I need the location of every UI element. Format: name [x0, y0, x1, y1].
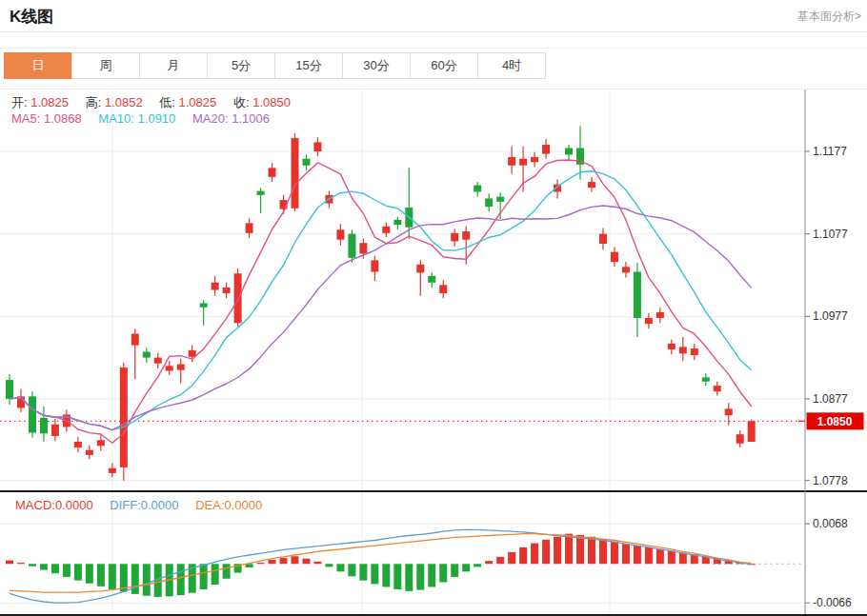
candle-body: [451, 233, 458, 242]
macd-hist-bar: [554, 537, 561, 565]
macd-hist-bar: [668, 551, 675, 565]
macd-hist-bar: [462, 564, 470, 571]
price-axis-label: 1.0778: [813, 474, 848, 487]
candle-body: [496, 197, 504, 202]
price-axis-label: 1.1177: [813, 145, 847, 158]
fundamental-analysis-link[interactable]: 基本面分析>: [797, 9, 861, 25]
macd-hist-bar: [451, 564, 458, 577]
candle-body: [200, 303, 208, 307]
macd-hist-bar: [508, 552, 515, 564]
candle-body: [668, 344, 675, 349]
candle-body: [131, 333, 139, 345]
macd-hist-bar: [269, 560, 276, 564]
macd-hist-bar: [496, 557, 504, 564]
candle-body: [86, 450, 93, 455]
macd-hist-bar: [565, 534, 573, 565]
macd-hist-bar: [200, 564, 208, 589]
macd-hist-bar: [212, 564, 219, 585]
macd-hist-bar: [622, 544, 630, 564]
timeframe-tab-4[interactable]: 15分: [274, 52, 343, 79]
macd-hist-bar: [634, 546, 641, 564]
candle-body: [714, 386, 721, 391]
timeframe-tab-6[interactable]: 60分: [410, 52, 478, 79]
macd-axis-label: -0.0066: [813, 596, 852, 609]
macd-hist-bar: [97, 564, 105, 586]
candle-body: [702, 377, 710, 381]
macd-hist-bar: [611, 542, 618, 565]
macd-hist-bar: [428, 564, 435, 586]
candle-body: [223, 288, 231, 293]
candle-body: [474, 186, 481, 192]
macd-hist-bar: [393, 564, 401, 589]
macd-hist-bar: [63, 564, 71, 577]
macd-hist-bar: [656, 549, 664, 565]
candle-body: [679, 347, 687, 353]
macd-hist-bar: [325, 564, 333, 566]
candle-body: [143, 352, 151, 358]
timeframe-tab-5[interactable]: 30分: [342, 52, 411, 79]
ma20-readout: MA20: 1.1006: [192, 111, 270, 126]
diff-value-readout: DIFF:0.0000: [110, 498, 178, 512]
panel-divider: [0, 490, 867, 492]
candle-body: [371, 260, 378, 271]
candle-body: [588, 182, 595, 188]
candle-body: [212, 283, 219, 290]
price-axis-label: 1.1077: [813, 228, 848, 241]
candle-body: [645, 318, 653, 324]
candle-body: [634, 272, 641, 319]
macd-hist-bar: [439, 564, 447, 582]
candle-body: [428, 276, 435, 283]
macd-hist-bar: [519, 547, 527, 564]
kline-page: { "header": { "title": "K线图", "link_labe…: [0, 0, 867, 616]
candle-body: [416, 265, 424, 273]
close-value: 1.0850: [252, 95, 291, 109]
macd-hist-bar: [542, 540, 550, 564]
header-divider: [0, 31, 867, 32]
macd-hist-bar: [17, 563, 25, 564]
ma-readout: MA5: 1.0868 MA10: 1.0910 MA20: 1.1006: [11, 111, 283, 126]
timeframe-tab-2[interactable]: 月: [139, 52, 208, 79]
timeframe-tab-1[interactable]: 周: [71, 52, 140, 79]
macd-hist-bar: [474, 564, 481, 566]
candle-body: [166, 366, 173, 370]
macd-hist-bar: [588, 537, 595, 565]
macd-hist-bar: [416, 564, 424, 589]
timeframe-tab-0[interactable]: 日: [4, 52, 72, 79]
macd-hist-bar: [292, 556, 299, 564]
candle-body: [748, 421, 756, 442]
macd-hist-bar: [177, 564, 185, 595]
macd-hist-bar: [348, 564, 355, 576]
candle-body: [257, 191, 265, 195]
candle-body: [725, 408, 733, 415]
candle-body: [109, 468, 116, 473]
macd-hist-bar: [531, 544, 538, 565]
macd-hist-bar: [359, 564, 367, 580]
candle-body: [622, 267, 630, 272]
macd-hist-bar: [6, 561, 13, 565]
macd-hist-bar: [679, 553, 687, 565]
macd-hist-bar: [143, 564, 151, 595]
macd-hist-bar: [223, 564, 231, 579]
macd-hist-bar: [336, 564, 344, 571]
timeframe-tab-3[interactable]: 5分: [207, 52, 275, 79]
macd-hist-bar: [371, 564, 378, 584]
macd-hist-bar: [645, 547, 653, 564]
macd-value-readout: MACD:0.0000: [15, 498, 93, 512]
macd-hist-bar: [86, 564, 93, 583]
timeframe-tabbar: 日周月5分15分30分60分4时: [0, 48, 867, 79]
macd-hist-bar: [131, 564, 139, 594]
low-value: 1.0825: [179, 95, 217, 109]
candle-body: [599, 234, 607, 244]
high-label: 高:: [86, 95, 102, 109]
candle-body: [154, 358, 162, 364]
candle-body: [246, 223, 253, 232]
macd-hist-bar: [51, 564, 59, 573]
low-label: 低:: [159, 95, 175, 109]
timeframe-tab-7[interactable]: 4时: [477, 52, 546, 79]
last-price-tag-text: 1.0850: [817, 415, 853, 428]
candle-body: [313, 142, 321, 151]
candle-body: [302, 159, 310, 166]
candle-body: [189, 350, 196, 357]
candle-body: [348, 234, 355, 258]
candle-body: [97, 440, 105, 446]
